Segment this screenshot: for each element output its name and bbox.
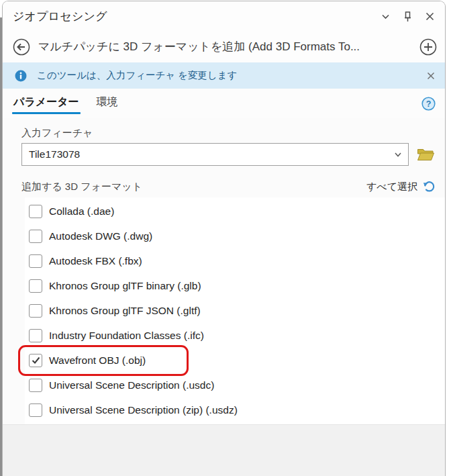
panel: ジオプロセシング マルチパッチに 3D フォーマットを追加 (Add 3D Fo… xyxy=(2,1,446,476)
format-label: Khronos Group glTF JSON (.gltf) xyxy=(49,305,201,317)
format-row[interactable]: Khronos Group glTF JSON (.gltf) xyxy=(25,298,445,323)
input-features-value: Tile173078 xyxy=(29,148,393,160)
format-label: Industry Foundation Classes (.ifc) xyxy=(49,330,204,342)
format-row[interactable]: Universal Scene Description (zip) (.usdz… xyxy=(25,397,445,422)
format-label: Khronos Group glTF binary (.glb) xyxy=(49,280,201,292)
help-icon[interactable]: ? xyxy=(421,97,436,111)
info-banner: このツールは、入力フィーチャ を変更します xyxy=(3,62,445,89)
formats-header: 追加する 3D フォーマット すべて選択 xyxy=(21,180,436,193)
format-label: Wavefront OBJ (.obj) xyxy=(49,354,146,367)
format-row[interactable]: Autodesk DWG (.dwg) xyxy=(25,224,445,248)
title-bar: ジオプロセシング xyxy=(3,1,445,31)
format-list: Collada (.dae) Autodesk DWG (.dwg) Autod… xyxy=(25,197,445,424)
format-checkbox[interactable] xyxy=(29,354,42,367)
back-button[interactable] xyxy=(13,38,30,56)
format-checkbox[interactable] xyxy=(29,304,42,318)
format-row[interactable]: Collada (.dae) xyxy=(25,199,445,224)
format-checkbox[interactable] xyxy=(29,230,42,243)
tab-parameters[interactable]: パラメーター xyxy=(13,89,79,117)
format-row[interactable]: Industry Foundation Classes (.ifc) xyxy=(25,323,445,348)
geoprocessing-pane: ジオプロセシング マルチパッチに 3D フォーマットを追加 (Add 3D Fo… xyxy=(0,0,449,476)
info-message: このツールは、入力フィーチャ を変更します xyxy=(37,69,426,82)
chevron-down-icon[interactable] xyxy=(380,11,391,22)
format-row[interactable]: Autodesk FBX (.fbx) xyxy=(25,248,445,273)
format-checkbox[interactable] xyxy=(29,205,42,218)
formats-label: 追加する 3D フォーマット xyxy=(21,181,366,193)
format-row[interactable]: Wavefront OBJ (.obj) xyxy=(25,348,445,373)
tab-bar: パラメーター 環境 ? xyxy=(3,89,445,118)
checkmark-icon xyxy=(31,355,41,365)
format-label: Universal Scene Description (.usdc) xyxy=(49,379,214,391)
select-all-button[interactable]: すべて選択 xyxy=(366,180,436,193)
info-icon xyxy=(15,70,27,82)
pane-title: ジオプロセシング xyxy=(13,9,380,24)
format-row[interactable]: Universal Scene Description (.usdc) xyxy=(25,373,445,397)
browse-folder-icon[interactable] xyxy=(417,147,434,162)
parameters-pane: 入力フィーチャ Tile173078 追加する 3D フォーマット すべて選択 … xyxy=(3,118,445,476)
format-label: Autodesk DWG (.dwg) xyxy=(49,230,152,242)
input-features-combobox[interactable]: Tile173078 xyxy=(21,143,409,166)
format-label: Collada (.dae) xyxy=(49,205,114,218)
close-icon[interactable] xyxy=(424,11,436,22)
input-features-label: 入力フィーチャ xyxy=(21,127,445,140)
svg-text:?: ? xyxy=(426,99,432,109)
format-label: Autodesk FBX (.fbx) xyxy=(49,255,142,267)
format-checkbox[interactable] xyxy=(29,279,42,293)
open-tool-icon[interactable] xyxy=(419,38,437,56)
reset-icon[interactable] xyxy=(422,180,436,193)
format-checkbox[interactable] xyxy=(29,403,42,417)
dismiss-banner-icon[interactable] xyxy=(426,71,436,81)
tab-environments[interactable]: 環境 xyxy=(97,89,118,117)
pin-icon[interactable] xyxy=(402,11,413,22)
tool-title: マルチパッチに 3D フォーマットを追加 (Add 3D Formats To.… xyxy=(38,39,414,54)
format-checkbox[interactable] xyxy=(29,379,42,392)
format-row[interactable]: Khronos Group glTF binary (.glb) xyxy=(25,273,445,298)
format-label: Universal Scene Description (zip) (.usdz… xyxy=(49,404,238,416)
format-checkbox[interactable] xyxy=(29,254,42,268)
select-all-label: すべて選択 xyxy=(366,181,417,193)
footer-area xyxy=(3,424,445,476)
tool-header: マルチパッチに 3D フォーマットを追加 (Add 3D Formats To.… xyxy=(3,31,445,62)
format-checkbox[interactable] xyxy=(29,329,42,342)
combo-chevron-icon[interactable] xyxy=(393,150,403,159)
